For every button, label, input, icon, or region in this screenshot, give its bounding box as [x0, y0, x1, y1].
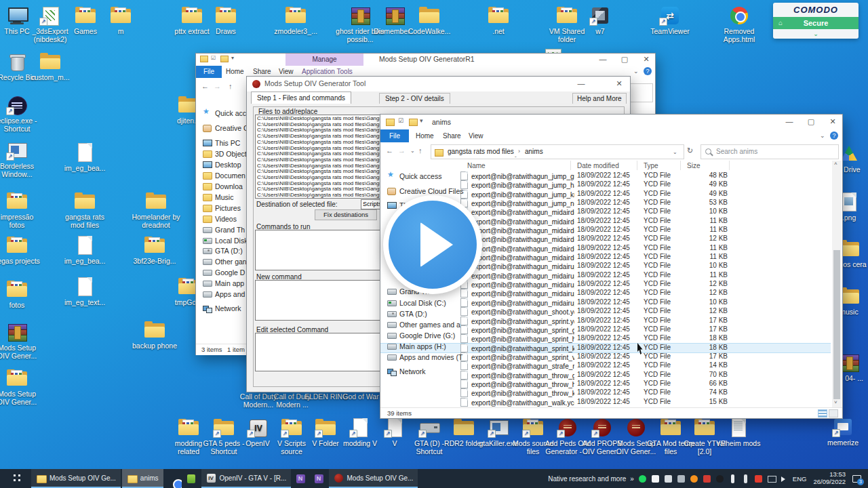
desktop-icon[interactable]: Removed Apps.html	[715, 5, 764, 44]
qat-check-icon[interactable]: ☑	[211, 55, 216, 61]
sidebar-item[interactable]: Quick acce	[203, 109, 250, 117]
scroll-down-icon[interactable]: ˅	[834, 399, 837, 405]
file-row[interactable]: export@nib@ratwithagun_jump_grenad...18/…	[380, 171, 831, 180]
ribbon-collapse-icon[interactable]: ⌄	[633, 68, 639, 75]
desktop-icon[interactable]: valheim mods	[714, 418, 763, 447]
recent-dropdown-icon[interactable]: ⌄	[410, 148, 415, 154]
up-icon[interactable]: ↑	[418, 146, 422, 155]
file-row[interactable]: export@nib@ratwithagun_throw_hatche...18…	[380, 380, 831, 388]
desktop-icon[interactable]: backup phone	[130, 320, 179, 350]
desktop-icon[interactable]: Homelander by dreadnot	[132, 191, 180, 230]
file-name[interactable]: export@nib@ratwithagun_jump_hatchet...	[460, 180, 574, 189]
desktop-icon[interactable]: custom_m...	[26, 52, 75, 81]
file-row[interactable]: export@nib@ratwithagun_midairup_nog...18…	[380, 298, 831, 307]
sidebar-item[interactable]: Network	[387, 367, 426, 375]
file-row[interactable]: export@nib@ratwithagun_throw_knife.ycd18…	[380, 388, 831, 397]
vertical-scrollbar[interactable]: ˄ ˅	[832, 161, 842, 407]
desktop-icon[interactable]: Mods Setup OIV Gener...	[0, 368, 41, 407]
taskbar-button-maxn-pinned[interactable]: N	[292, 469, 309, 488]
file-name[interactable]: export@nib@ratwithagun_sprint_v2.ycd	[460, 352, 574, 361]
sidebar-item[interactable]: Google Drive (G:)	[387, 331, 455, 340]
file-name[interactable]: export@nib@ratwithagun_midairup_hat...	[460, 280, 574, 289]
address-bar[interactable]: gangsta rats mod files › anims ⌄	[431, 144, 684, 159]
drive-tray-icon[interactable]	[651, 474, 660, 483]
sidebar-item[interactable]: Apps and	[203, 290, 245, 298]
scrollbar-thumb[interactable]	[833, 250, 840, 399]
tab-step2[interactable]: Step 2 - OIV details	[379, 93, 450, 104]
file-name[interactable]: export@nib@ratwithagun_sprint_knife.ycd	[460, 344, 574, 352]
sidebar-item[interactable]: Apps and movies (T	[387, 353, 462, 361]
file-name[interactable]: export@nib@ratwithagun_midairup_gre...	[460, 271, 574, 280]
maximize-button[interactable]: ▢	[614, 54, 635, 66]
desktop-icon[interactable]: m	[96, 5, 145, 35]
taskbar-button-greenapp-pinned[interactable]	[183, 469, 200, 488]
mic-tray-icon[interactable]	[728, 474, 737, 483]
desktop-icon[interactable]: ↗Borderless Window...	[0, 140, 41, 179]
manage-tab[interactable]: Manage	[285, 54, 363, 66]
desktop-icon[interactable]: ⇄↗TeamViewer	[646, 5, 694, 35]
refresh-icon[interactable]: ↻	[687, 146, 693, 155]
sidebar-item[interactable]: Network	[203, 304, 241, 312]
column-header-size[interactable]: Size	[687, 162, 700, 169]
desktop-icon[interactable]: im_eg_bea...	[60, 235, 109, 265]
desktop-icon[interactable]: gangsta rats mod files	[60, 191, 109, 230]
qat-check-icon[interactable]: ☑	[398, 117, 403, 124]
column-header-date[interactable]: Date modified	[577, 162, 619, 169]
sidebar-item[interactable]: Creative Cl	[203, 124, 250, 132]
tab-file[interactable]: File	[196, 66, 222, 78]
file-name[interactable]: export@nib@ratwithagun_strafe_r.ycd	[460, 361, 574, 370]
desktop-icon[interactable]: vegas projects	[0, 235, 41, 265]
minimize-button[interactable]: —	[779, 115, 800, 129]
taskbar-button-openiv[interactable]: IVOpenIV - GTA V - [R...	[201, 469, 291, 488]
desktop-icon[interactable]: CodeWalke...	[405, 5, 454, 35]
desktop-icon[interactable]: ↗eclipse.exe - Shortcut	[0, 95, 41, 134]
taskbar-button-redball[interactable]: Mods Setup OIV Ge...	[329, 469, 418, 488]
orange-app-tray-icon[interactable]	[690, 474, 698, 483]
search-box-fragment[interactable]	[629, 83, 653, 102]
maximize-button[interactable]: ▢	[801, 115, 821, 129]
qat-folder-icon[interactable]	[200, 56, 208, 62]
minimize-button[interactable]: —	[593, 54, 613, 66]
app-grey-tray-icon[interactable]	[664, 474, 673, 483]
minimize-button[interactable]: —	[571, 77, 591, 92]
file-name[interactable]: export@nib@ratwithagun_sprint_grenad...	[460, 325, 574, 334]
help-icon[interactable]: ?	[830, 131, 838, 140]
search-box[interactable]: Search anims	[701, 144, 839, 159]
file-name[interactable]: export@nib@ratwithagun_jump_knife.ycd	[460, 190, 574, 199]
tab-view[interactable]: View	[469, 132, 484, 140]
comodo-expand[interactable]: ⌄	[773, 29, 859, 39]
file-row[interactable]: export@nib@ratwithagun_throw_grenad...18…	[380, 371, 831, 380]
video-play-overlay[interactable]	[383, 195, 482, 294]
obs-tray-icon[interactable]	[715, 474, 724, 483]
desktop-icon[interactable]: 3bf23e-Brig...	[130, 235, 179, 265]
tab-home[interactable]: Home	[416, 132, 434, 140]
tab-application-tools[interactable]: Application Tools	[302, 68, 353, 75]
desktop-icon[interactable]: fotos	[0, 279, 41, 309]
up-icon[interactable]: ↑	[229, 82, 233, 90]
sidebar-item[interactable]: Local Disk	[203, 237, 248, 245]
taskbar-button-folder[interactable]: anims	[122, 469, 163, 488]
forward-icon[interactable]: →	[214, 82, 221, 90]
tab-view[interactable]: View	[279, 68, 294, 75]
close-button[interactable]: ✕	[609, 77, 629, 92]
file-name[interactable]: export@nib@ratwithagun_midairup_knif...	[460, 289, 574, 298]
desktop-icon[interactable]: zmodeler3_...	[271, 5, 320, 35]
forward-icon[interactable]: →	[398, 146, 406, 155]
back-icon[interactable]: ←	[386, 146, 393, 155]
taskbar-button-maxn-pinned[interactable]: N	[311, 469, 328, 488]
sidebar-item[interactable]: Grand Th	[203, 226, 245, 234]
sidebar-item[interactable]: Music	[203, 193, 233, 201]
language-indicator[interactable]: ENG	[793, 475, 807, 483]
close-button[interactable]: ✕	[823, 115, 843, 129]
large-icons-view-button[interactable]	[829, 409, 838, 418]
tab-home[interactable]: Home	[226, 68, 244, 75]
desktop-icon[interactable]: Draws	[201, 5, 250, 35]
desktop-icon[interactable]: ↗memerize	[818, 417, 867, 447]
sidebar-item[interactable]: GTA (D:)	[203, 247, 243, 255]
sidebar-item[interactable]: 3D Object	[203, 150, 247, 158]
network-tray-icon[interactable]	[767, 474, 776, 483]
file-name[interactable]: export@nib@ratwithagun_sprint_hatchet...	[460, 334, 574, 343]
sidebar-item[interactable]: Creative Cloud Files	[387, 187, 464, 195]
news-widget[interactable]: Native research and more	[548, 475, 626, 483]
comodo-tray-icon[interactable]	[754, 474, 763, 483]
